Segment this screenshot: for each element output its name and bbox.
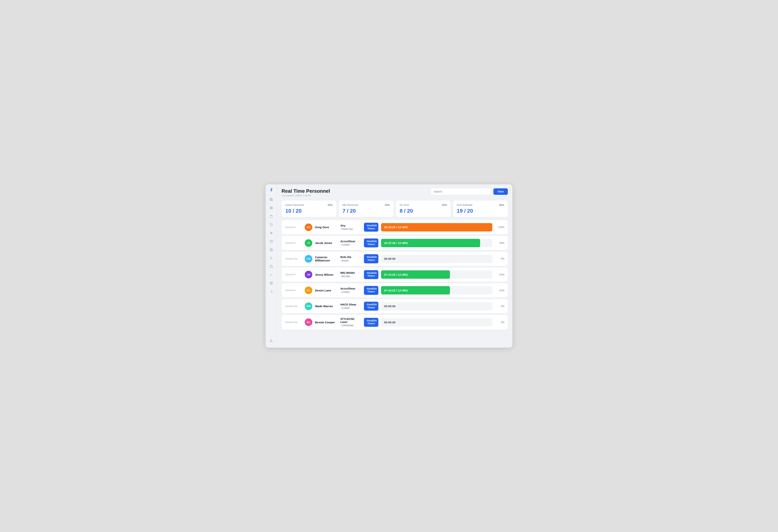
personnel-row: Clocked Out BC Bessie Cooper STYLECNC La… — [282, 315, 508, 329]
timer-percent: 135% — [495, 226, 504, 229]
stat-card-0: Active Personnel 50% 10 / 20 — [282, 201, 336, 217]
svg-rect-20 — [270, 266, 273, 268]
sidebar-item-list[interactable] — [268, 288, 275, 295]
stat-percent: 50% — [328, 204, 333, 206]
timer-text: 07:15:25 / 12 HRS — [381, 273, 408, 276]
stat-label: Active Personnel — [285, 204, 304, 206]
timer-text: 00:00:00 — [381, 321, 395, 324]
page-title: Real Time Personnel — [282, 188, 330, 194]
stat-card-3: Over Estimate 50% 19 / 20 — [453, 201, 508, 217]
stat-percent: 50% — [499, 204, 504, 206]
station-name: Roto Die — [340, 255, 361, 258]
stat-card-2: On Time 50% 8 / 20 — [396, 201, 451, 217]
clock-status: Clocked In — [285, 242, 302, 244]
svg-rect-15 — [270, 240, 273, 243]
title-block: Real Time Personnel Last Updated: 4/20/2… — [282, 188, 330, 197]
stat-value: 7 / 20 — [342, 208, 390, 214]
avatar: CW — [305, 255, 312, 262]
svg-point-0 — [270, 199, 272, 201]
clock-status: Clocked Out — [285, 305, 302, 308]
view-edit-timers-button[interactable]: View/EditTimers — [364, 318, 378, 327]
view-button[interactable]: View — [493, 188, 508, 195]
last-updated: Last Updated: 4/20/21, 5:26 PM — [282, 195, 330, 197]
timer-bar-container: 00:00:00 — [381, 302, 492, 310]
sidebar-item-search[interactable] — [268, 196, 275, 203]
stats-row: Active Personnel 50% 10 / 20 Idle Person… — [282, 201, 508, 217]
personnel-row: Clocked Out CW Cameron Williamson Roto D… — [282, 251, 508, 266]
view-edit-timers-button[interactable]: View/EditTimers — [364, 270, 378, 279]
stat-label: Over Estimate — [457, 204, 472, 206]
stat-label: Idle Personnel — [342, 204, 358, 206]
person-name: Jenny Wilson — [315, 273, 338, 276]
sidebar-item-chart[interactable] — [268, 271, 275, 278]
timer-bar-container: 10:37:46 / 12 HRS — [381, 239, 492, 247]
timer-percent: 0% — [495, 257, 504, 260]
svg-rect-6 — [271, 215, 272, 216]
person-name: Wade Warren — [315, 305, 338, 308]
person-name: Cameron Williamson — [315, 255, 338, 262]
timer-bar-container: 25:15:25 / 12 HRS — [381, 223, 492, 231]
timer-text: 00:00:00 — [381, 257, 395, 260]
station-name: MIG Welder — [340, 271, 361, 274]
station-name: AccurShear — [340, 287, 361, 290]
sidebar-item-activity[interactable] — [268, 254, 275, 261]
sidebar-item-calendar[interactable] — [268, 238, 275, 245]
clock-status: Clocked In — [285, 289, 302, 292]
clock-status: Clocked In — [285, 273, 302, 276]
sidebar-item-printer[interactable] — [268, 246, 275, 253]
sidebar-item-badge[interactable] — [268, 263, 275, 270]
sidebar-item-settings[interactable] — [268, 280, 275, 287]
person-name: Jacob Jones — [315, 241, 338, 244]
timer-bar-container: 07:15:25 / 12 HRS — [381, 271, 492, 279]
stat-label: On Time — [400, 204, 409, 206]
svg-point-14 — [271, 234, 271, 234]
view-edit-timers-button[interactable]: View/EditTimers — [364, 254, 378, 263]
station-name: Any — [340, 224, 361, 227]
view-edit-timers-button[interactable]: View/EditTimers — [364, 238, 378, 247]
sidebar-user[interactable] — [268, 338, 275, 345]
stat-value: 19 / 20 — [457, 208, 504, 214]
station-block: STYLECNC Laser 1-PROGRAM — [340, 317, 361, 327]
station-block: AccurShear 2-LASER — [340, 240, 361, 246]
app-container: // — [265, 184, 513, 348]
sidebar-item-sliders[interactable] — [268, 230, 275, 236]
sidebar-item-grid[interactable] — [268, 205, 275, 211]
station-name: HACO Shear — [340, 303, 361, 306]
app-logo: // — [270, 187, 272, 192]
station-badge: Anodize — [340, 259, 349, 262]
svg-rect-4 — [270, 208, 271, 209]
avatar: GG — [305, 223, 312, 231]
stat-card-1: Idle Personnel 50% 7 / 20 — [339, 201, 394, 217]
view-edit-timers-button[interactable]: View/EditTimers — [364, 223, 378, 232]
main-content: Real Time Personnel Last Updated: 4/20/2… — [277, 184, 513, 348]
stat-header: On Time 50% — [400, 204, 447, 206]
svg-rect-19 — [270, 250, 272, 251]
timer-percent: 0% — [495, 305, 504, 308]
avatar: JW — [305, 271, 312, 278]
station-block: AccurShear 2-LASER — [340, 287, 361, 294]
station-block: MIG Welder MIG Weld — [340, 271, 361, 278]
svg-rect-5 — [271, 208, 273, 209]
timer-percent: 62% — [495, 289, 504, 292]
sidebar-item-clipboard[interactable] — [268, 213, 275, 220]
stat-percent: 50% — [385, 204, 390, 206]
station-name: STYLECNC Laser — [340, 317, 361, 323]
station-badge: 2-LASER — [340, 244, 351, 246]
personnel-row: Clocked Out WW Wade Warren HACO Shear 2-… — [282, 299, 508, 313]
view-edit-timers-button[interactable]: View/EditTimers — [364, 286, 378, 295]
search-input[interactable] — [431, 188, 491, 195]
station-badge: Powder Coat — [340, 228, 354, 230]
timer-percent: 89% — [495, 241, 504, 244]
sidebar-item-cart[interactable] — [268, 221, 275, 228]
stat-header: Idle Personnel 50% — [342, 204, 390, 206]
avatar: JJ — [305, 239, 312, 247]
stat-header: Active Personnel 50% — [285, 204, 333, 206]
svg-rect-3 — [271, 207, 273, 208]
timer-text: 07:15:25 / 12 HRS — [381, 289, 408, 292]
svg-point-12 — [270, 232, 271, 233]
page-header: Real Time Personnel Last Updated: 4/20/2… — [282, 188, 508, 197]
view-edit-timers-button[interactable]: View/EditTimers — [364, 302, 378, 311]
timer-percent: 62% — [495, 273, 504, 276]
timer-bar-container: 00:00:00 — [381, 318, 492, 326]
timer-bar-container: 07:15:25 / 12 HRS — [381, 286, 492, 295]
